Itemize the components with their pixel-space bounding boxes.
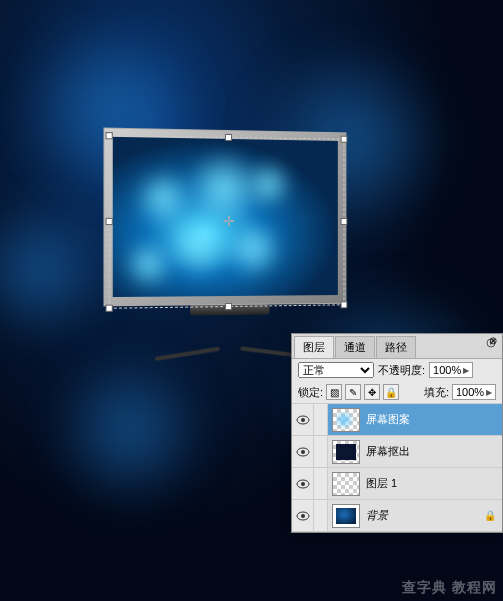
- layer-row[interactable]: 背景 🔒: [292, 500, 502, 532]
- lock-position-icon[interactable]: ✥: [364, 384, 380, 400]
- layer-name[interactable]: 背景: [364, 508, 484, 523]
- layer-row[interactable]: 屏幕图案: [292, 404, 502, 436]
- svg-point-4: [301, 450, 305, 454]
- svg-point-2: [301, 418, 305, 422]
- lock-transparency-icon[interactable]: ▨: [326, 384, 342, 400]
- close-icon[interactable]: ⊗: [486, 335, 500, 349]
- layer-thumbnail[interactable]: [332, 504, 360, 528]
- chevron-right-icon[interactable]: ▶: [463, 366, 469, 375]
- layer-row[interactable]: 屏幕抠出: [292, 436, 502, 468]
- svg-point-8: [301, 514, 305, 518]
- visibility-eye-icon[interactable]: [296, 415, 310, 425]
- layers-panel: ⊗ 图层 通道 路径 正常 不透明度: 100%▶ 锁定: ▨ ✎ ✥ 🔒 填充…: [291, 333, 503, 533]
- visibility-eye-icon[interactable]: [296, 447, 310, 457]
- layer-name[interactable]: 图层 1: [364, 476, 502, 491]
- opacity-label: 不透明度:: [378, 363, 425, 378]
- tab-layers[interactable]: 图层: [294, 336, 334, 358]
- chevron-right-icon[interactable]: ▶: [486, 388, 492, 397]
- fill-label: 填充:: [424, 385, 449, 400]
- layer-thumbnail[interactable]: [332, 472, 360, 496]
- lock-label: 锁定:: [298, 385, 323, 400]
- opacity-input[interactable]: 100%▶: [429, 362, 473, 378]
- layer-name[interactable]: 屏幕图案: [364, 412, 502, 427]
- layer-thumbnail[interactable]: [332, 440, 360, 464]
- layer-thumbnail[interactable]: [332, 408, 360, 432]
- tab-channels[interactable]: 通道: [335, 336, 375, 358]
- lock-pixels-icon[interactable]: ✎: [345, 384, 361, 400]
- fill-input[interactable]: 100%▶: [452, 384, 496, 400]
- watermark-text: 查字典 教程网: [402, 579, 497, 597]
- visibility-eye-icon[interactable]: [296, 479, 310, 489]
- blend-mode-select[interactable]: 正常: [298, 362, 374, 378]
- layers-list: 屏幕图案 屏幕抠出 图层 1 背景 🔒: [292, 404, 502, 532]
- svg-point-6: [301, 482, 305, 486]
- layer-row[interactable]: 图层 1: [292, 468, 502, 500]
- lock-all-icon[interactable]: 🔒: [383, 384, 399, 400]
- tab-paths[interactable]: 路径: [376, 336, 416, 358]
- panel-tabs: 图层 通道 路径: [292, 334, 502, 359]
- monitor-graphic: [103, 127, 351, 362]
- visibility-eye-icon[interactable]: [296, 511, 310, 521]
- layer-name[interactable]: 屏幕抠出: [364, 444, 502, 459]
- lock-icon: 🔒: [484, 510, 496, 521]
